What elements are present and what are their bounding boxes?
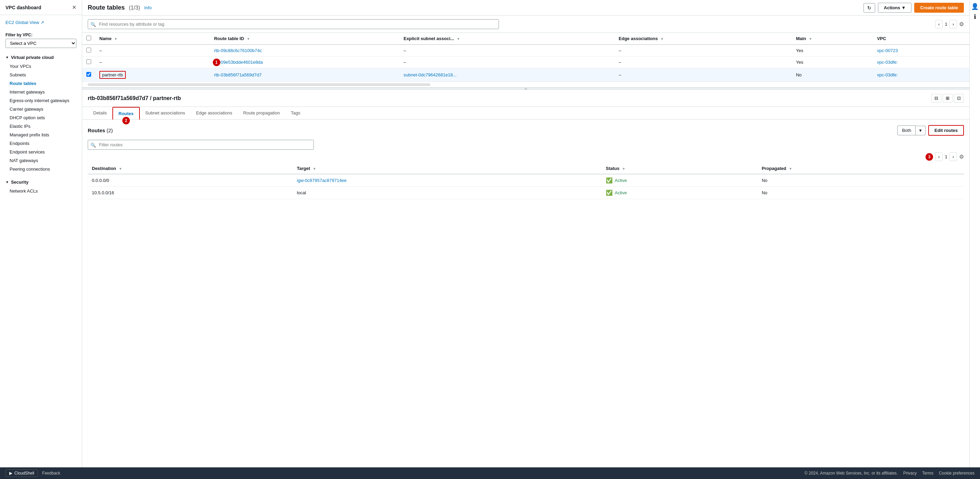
sort-icon-edge: ▼ (660, 37, 664, 41)
page-count: (1/3) (129, 5, 140, 11)
tab-routes[interactable]: Routes2 (112, 107, 140, 119)
right-side-icons: 👤 ℹ (969, 0, 980, 467)
both-button[interactable]: Both (897, 126, 916, 135)
page-prev-button[interactable]: ‹ (935, 20, 943, 29)
routes-settings-icon[interactable]: ⚙ (959, 153, 964, 160)
tab-edge-associations[interactable]: Edge associations (191, 107, 238, 119)
row-checkbox-3[interactable] (86, 72, 91, 77)
status-active-icon: ✅ (606, 177, 612, 184)
col-destination: Destination ▼ (88, 163, 293, 174)
view-maximize[interactable]: ⊡ (954, 94, 964, 102)
row-vpc-3: vpc-03dfe: (873, 68, 969, 82)
annotation-3: 3 (926, 153, 933, 161)
routes-pagination: 3 ‹ 1 › ⚙ (88, 153, 964, 161)
subnet-link-3[interactable]: subnet-0dc79642681e18... (404, 72, 457, 78)
sidebar-section-top: EC2 Global View ↗ (0, 15, 82, 30)
sort-icon-target: ▼ (313, 167, 316, 170)
vpc-link-1[interactable]: vpc-00723 (877, 48, 898, 53)
routes-page-next[interactable]: › (950, 153, 957, 161)
feedback-link[interactable]: Feedback (42, 471, 60, 476)
sidebar-item-managed-prefix-lists[interactable]: Managed prefix lists (0, 130, 82, 139)
privacy-link[interactable]: Privacy (903, 471, 916, 476)
refresh-button[interactable]: ↻ (864, 3, 875, 13)
top-bar-left: Route tables (1/3) Info (88, 4, 152, 11)
row-subnet-3: subnet-0dc79642681e18... (399, 68, 615, 82)
sidebar-item-carrier-gateways[interactable]: Carrier gateways (0, 105, 82, 113)
row-checkbox-2 (82, 57, 95, 68)
search-icon: 🔍 (91, 22, 96, 27)
cloudshell-button[interactable]: ▶ CloudShell (5, 469, 38, 477)
sort-icon-propagated: ▼ (789, 167, 792, 170)
table-row: – rtb-09c88c6c76100b74c – – Yes vpc-0072… (82, 45, 969, 57)
sidebar-item-route-tables[interactable]: Route tables (0, 79, 82, 88)
sidebar-item-endpoint-services[interactable]: Endpoint services (0, 148, 82, 156)
routes-title: Routes (2) (88, 127, 113, 133)
sidebar-item-nat-gateways[interactable]: NAT gateways (0, 156, 82, 165)
chevron-down-icon-security: ▼ (5, 180, 9, 184)
search-box: 🔍 (88, 19, 499, 29)
create-route-table-button[interactable]: Create route table (914, 3, 964, 13)
tab-details[interactable]: Details (88, 107, 112, 119)
route-table-id-link-1[interactable]: rtb-09c88c6c76100b74c (214, 48, 262, 53)
routes-header: Routes (2) Both ▼ Edit routes (88, 125, 964, 136)
sidebar-item-egress-only-gateways[interactable]: Egress-only internet gateways (0, 96, 82, 105)
ec2-global-view-link[interactable]: EC2 Global View ↗ (0, 18, 82, 27)
vpc-filter-select[interactable]: Select a VPC (5, 39, 76, 48)
info-side-icon[interactable]: ℹ (974, 13, 976, 21)
info-link[interactable]: Info (144, 5, 152, 10)
route-target-link-1[interactable]: igw-0c87957ac879714ee (297, 178, 347, 183)
annotation-1: 1 (213, 59, 220, 66)
vpc-link-3[interactable]: vpc-03dfe: (877, 72, 898, 78)
tab-route-propagation[interactable]: Route propagation (238, 107, 285, 119)
copyright-text: © 2024, Amazon Web Services, Inc. or its… (805, 471, 898, 476)
row-edge-1: – (615, 45, 792, 57)
sidebar-item-peering-connections[interactable]: Peering connections (0, 165, 82, 173)
tab-subnet-associations[interactable]: Subnet associations (140, 107, 191, 119)
sidebar-item-network-acls[interactable]: Network ACLs (0, 187, 82, 195)
routes-search-input[interactable] (88, 140, 314, 150)
view-split-horizontal[interactable]: ⊟ (931, 94, 941, 102)
selected-name-label: partner-rtb (99, 71, 126, 79)
col-header-name: Name ▼ (95, 33, 210, 45)
actions-button[interactable]: Actions ▼ (878, 3, 912, 13)
row-checkbox[interactable] (86, 48, 91, 53)
routes-page-prev[interactable]: ‹ (935, 153, 943, 161)
cookie-link[interactable]: Cookie preferences (939, 471, 975, 476)
row-vpc-2: vpc-03dfe: (873, 57, 969, 68)
edit-routes-button[interactable]: Edit routes (928, 125, 964, 136)
annotation-2: 2 (123, 117, 130, 124)
route-table-id-link-3[interactable]: rtb-03b856f71a569d7d7 (214, 72, 262, 78)
both-dropdown-icon[interactable]: ▼ (916, 126, 926, 135)
row-edge-2: – (615, 57, 792, 68)
top-bar: Route tables (1/3) Info ↻ Actions ▼ Crea… (82, 0, 969, 16)
settings-icon[interactable]: ⚙ (959, 21, 964, 27)
tab-tags[interactable]: Tags (285, 107, 305, 119)
route-propagated-1: No (757, 174, 964, 187)
sidebar-close-button[interactable]: ✕ (72, 4, 76, 11)
row-main-1: Yes (792, 45, 873, 57)
sidebar-item-internet-gateways[interactable]: Internet gateways (0, 88, 82, 96)
horizontal-scrollbar[interactable] (88, 83, 430, 86)
search-input[interactable] (88, 19, 499, 29)
row-checkbox-2[interactable] (86, 59, 91, 64)
sidebar-group-vpc-title[interactable]: ▼ Virtual private cloud (0, 53, 82, 62)
detail-title: rtb-03b856f71a569d7d7 / partner-rtb (88, 95, 181, 102)
terms-link[interactable]: Terms (922, 471, 934, 476)
user-icon[interactable]: 👤 (971, 3, 978, 10)
select-all-checkbox[interactable] (86, 36, 91, 40)
sidebar-item-endpoints[interactable]: Endpoints (0, 139, 82, 148)
row-edge-3: – (615, 68, 792, 82)
sidebar-item-your-vpcs[interactable]: Your VPCs (0, 62, 82, 71)
page-next-button[interactable]: › (950, 20, 957, 29)
page-title: Route tables (88, 4, 125, 11)
vpc-link-2[interactable]: vpc-03dfe: (877, 60, 898, 65)
sidebar-item-subnets[interactable]: Subnets (0, 71, 82, 79)
footer-left: ▶ CloudShell Feedback (5, 469, 60, 477)
status-active-badge: ✅ Active (606, 177, 754, 184)
route-table-id-link-2[interactable]: rtb-09e53bdde4601e8da (214, 60, 263, 65)
sidebar-group-security-title[interactable]: ▼ Security (0, 177, 82, 187)
row-name-1: – (95, 45, 210, 57)
view-split-vertical[interactable]: ⊞ (943, 94, 953, 102)
sidebar-item-dhcp-option-sets[interactable]: DHCP option sets (0, 113, 82, 122)
sidebar-item-elastic-ips[interactable]: Elastic IPs (0, 122, 82, 130)
